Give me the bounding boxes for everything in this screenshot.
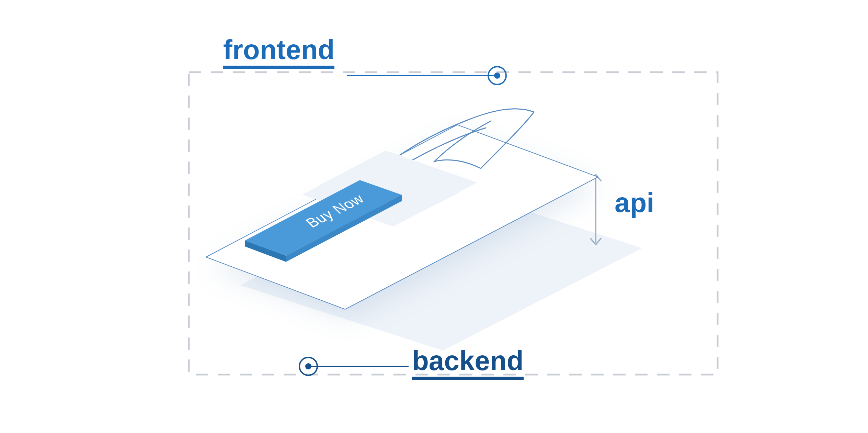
backend-leader	[299, 357, 409, 375]
architecture-diagram: frontend api backend Buy Now	[0, 0, 868, 433]
label-api: api	[615, 189, 654, 216]
label-frontend: frontend	[223, 36, 334, 69]
label-backend: backend	[412, 347, 524, 380]
svg-point-6	[305, 363, 311, 369]
frontend-leader	[347, 67, 506, 85]
svg-point-3	[494, 73, 500, 79]
